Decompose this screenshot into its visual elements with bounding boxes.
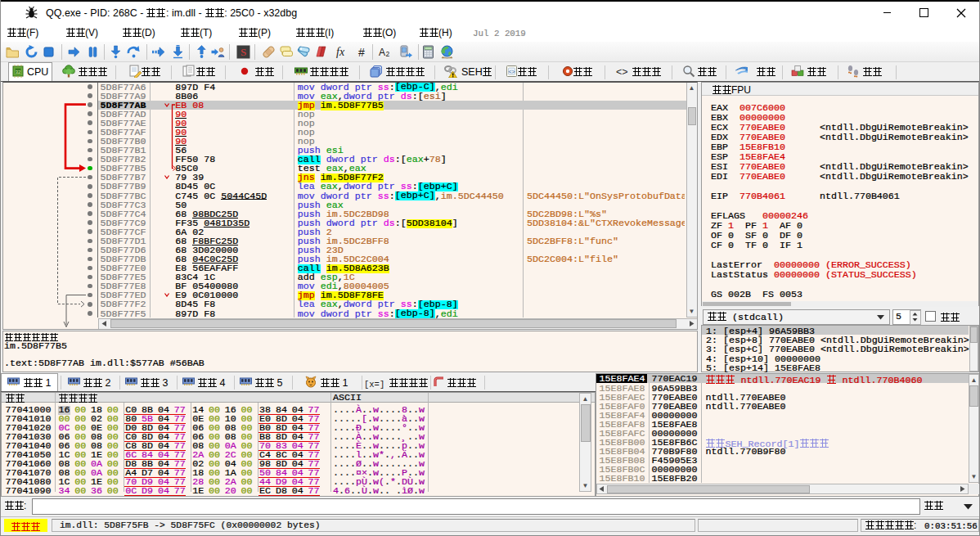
svg-text:<>: <> (508, 69, 515, 74)
svg-text:<>: <> (616, 66, 628, 78)
svg-text:#: # (358, 46, 365, 59)
svg-text:A: A (379, 47, 385, 58)
svg-text:32: 32 (16, 70, 21, 74)
svg-text:[x=]: [x=] (364, 380, 384, 390)
svg-text:S: S (241, 46, 246, 58)
svg-text:fx: fx (336, 46, 345, 58)
svg-text:2: 2 (386, 50, 390, 58)
